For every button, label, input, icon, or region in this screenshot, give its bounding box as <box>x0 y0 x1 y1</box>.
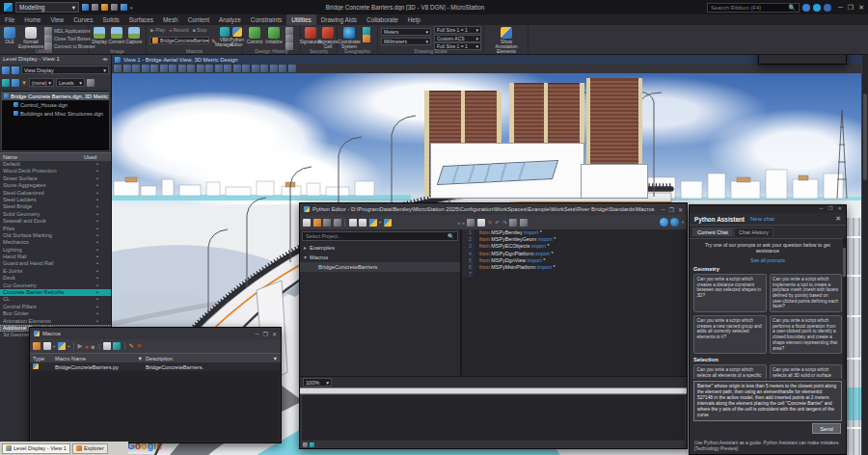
file-tree-item[interactable]: Control_House.dgn <box>2 100 109 109</box>
ribbon-tab[interactable]: File <box>0 14 19 25</box>
undo-icon[interactable] <box>101 4 108 11</box>
level-row[interactable]: Piles• <box>0 226 111 232</box>
minimize-button[interactable]: ─ <box>838 4 843 12</box>
view-tool-icon[interactable] <box>288 65 296 72</box>
ribbon-tab[interactable]: Analyze <box>214 14 246 25</box>
level-row[interactable]: Steel-Galvanized• <box>0 190 111 197</box>
commit-button[interactable]: Commit <box>245 27 264 44</box>
code-editor[interactable]: 1from MSPyBentley import *2from MSPyBent… <box>462 229 687 376</box>
level-row[interactable]: Steel Ladders• <box>0 197 111 203</box>
level-row[interactable]: Hand Rail• <box>0 254 111 260</box>
macro-row[interactable]: BridgeConcreteBarriers.py BridgeConcrete… <box>30 362 281 371</box>
level-mode-icon[interactable] <box>2 79 10 87</box>
level-row[interactable]: Cut Geometry• <box>0 282 111 289</box>
view-tool-icon[interactable] <box>205 65 213 72</box>
column-macro-name[interactable]: Macro Name▼ <box>55 354 146 362</box>
view-tool-icon[interactable] <box>178 65 186 72</box>
view-tool-icon[interactable] <box>242 65 250 72</box>
stop-macro-icon[interactable]: ■ <box>91 343 95 350</box>
level-row[interactable]: Stone Aggregates• <box>0 182 111 189</box>
level-row[interactable]: Street Surface• <box>0 175 111 182</box>
run-circle-icon[interactable] <box>660 218 668 227</box>
column-description[interactable]: Description▼ <box>146 354 281 362</box>
ribbon-tab[interactable]: Curves <box>68 14 97 25</box>
close-button[interactable]: ✕ <box>858 4 864 12</box>
close-button[interactable]: ✕ <box>837 205 842 213</box>
play-macro-button[interactable]: ▶ Play <box>150 27 165 33</box>
nomad-expressions-button[interactable]: Nomad Expressions <box>18 27 43 49</box>
level-row[interactable]: Guard and Hand Rail• <box>0 260 111 267</box>
rename-macro-icon[interactable]: ✎ <box>128 342 133 350</box>
ribbon-tab[interactable]: Constraints <box>246 14 286 25</box>
maximize-button[interactable]: ❐ <box>848 4 854 12</box>
stop-macro-button[interactable]: ■ Stop <box>193 27 207 33</box>
ribbon-tab[interactable]: Solids <box>97 14 123 25</box>
qat-more-icon[interactable]: ▾ <box>130 5 133 11</box>
ribbon-search-input[interactable]: Search Ribbon (F4)🔍 <box>707 3 800 13</box>
history-small-button-2[interactable] <box>285 35 293 42</box>
column-header-used[interactable]: Used <box>84 153 111 161</box>
paste-icon[interactable] <box>477 219 485 227</box>
float-button[interactable]: ❐ <box>827 205 832 213</box>
print-icon[interactable] <box>121 4 127 11</box>
level-row[interactable]: Solid Geometry• <box>0 211 111 218</box>
view-tool-icon[interactable] <box>197 65 204 72</box>
project-tree-item[interactable]: BridgeConcreteBarriers <box>300 262 460 272</box>
open-macro-icon[interactable] <box>33 342 41 350</box>
prompt-card[interactable]: Can you write a script which creates a n… <box>693 315 767 354</box>
level-row[interactable]: Concrete Barrier Retrofits• <box>0 289 111 296</box>
units-dropdown[interactable]: Meters▾ <box>381 28 431 36</box>
subunits-dropdown[interactable]: Millimeters▾ <box>381 38 431 45</box>
view-tool-icon[interactable] <box>114 65 122 72</box>
initialize-button[interactable]: Initialize <box>264 27 284 44</box>
help-icon[interactable] <box>813 4 821 12</box>
maximize-button[interactable]: ❐ <box>669 206 674 213</box>
ribbon-tab[interactable]: View <box>45 14 68 25</box>
new-macro-icon[interactable] <box>43 342 51 350</box>
project-tree-item[interactable]: ▸Examples <box>300 243 460 253</box>
filter-icon[interactable]: ▼ <box>272 354 278 362</box>
send-button[interactable]: Send <box>812 423 841 434</box>
change-level-icon[interactable] <box>2 67 10 74</box>
image-button[interactable]: Display <box>91 27 108 44</box>
chat-input[interactable]: Barrier" whose origin is less than 5 met… <box>693 381 842 421</box>
view-tool-icon[interactable] <box>123 65 131 72</box>
view-tool-icon[interactable] <box>233 65 241 72</box>
view-tool-icon[interactable] <box>215 65 223 72</box>
undo-icon[interactable]: ↶ <box>495 219 500 226</box>
filter-icon[interactable]: ▼ <box>137 354 143 362</box>
level-overrides-icon[interactable] <box>12 79 19 87</box>
level-row[interactable]: Animation Elements• <box>0 318 111 325</box>
assistant-scrollbar[interactable] <box>843 238 846 379</box>
save-icon[interactable] <box>323 219 331 227</box>
coordinate-system-button[interactable]: Coordinate System <box>339 27 360 49</box>
view-tool-icon[interactable] <box>224 65 231 72</box>
prompt-card[interactable]: Can you write a script which implements … <box>770 274 843 312</box>
close-button[interactable]: ✕ <box>678 206 683 213</box>
panel-scroll-icons[interactable]: ◂▸ <box>102 55 108 64</box>
column-header-name[interactable]: Name <box>0 153 84 161</box>
level-settings-icon[interactable] <box>87 79 95 87</box>
ribbon-tab[interactable]: Home <box>19 14 45 25</box>
maximize-button[interactable]: ❐ <box>263 331 268 337</box>
view-tool-icon[interactable] <box>279 65 286 72</box>
record-macro-button[interactable]: ● Record <box>169 27 189 33</box>
close-button[interactable]: ✕ <box>272 331 277 337</box>
view-tool-icon[interactable] <box>169 65 176 72</box>
redo-icon[interactable] <box>111 4 118 11</box>
acs-dropdown[interactable]: Custom ACS▾ <box>434 35 481 42</box>
view-tool-icon[interactable] <box>252 65 259 72</box>
python-editor-button[interactable]: Python Editor <box>231 27 243 47</box>
level-row[interactable]: Lighting• <box>0 247 111 254</box>
tab-current-chat[interactable]: Current Chat <box>692 228 733 236</box>
tab-chat-history[interactable]: Chat History <box>734 228 773 236</box>
level-row[interactable]: Default• <box>0 161 111 168</box>
output-console[interactable] <box>301 394 686 442</box>
minimize-button[interactable]: ─ <box>820 205 824 213</box>
delete-icon[interactable]: ✕ <box>487 219 492 227</box>
level-row[interactable]: Central Pillars• <box>0 304 111 310</box>
utilities-small-button[interactable]: Close Tool Boxes <box>44 35 95 42</box>
pause-macro-icon[interactable]: ▯ <box>97 342 101 350</box>
level-row[interactable]: Mechanics• <box>0 239 111 246</box>
show-annotation-elements-button[interactable]: Show Annotation Elements <box>492 27 521 54</box>
